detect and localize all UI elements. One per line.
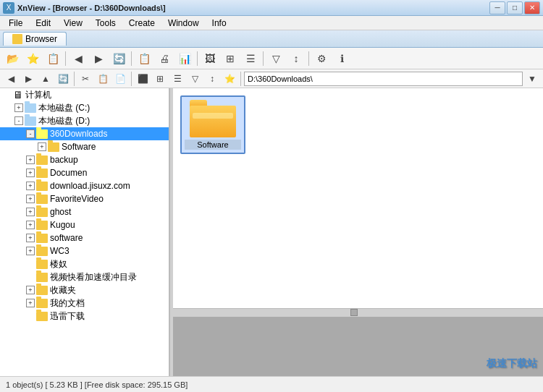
tree-item-favorites[interactable]: + 收藏夹 (0, 284, 169, 297)
expand-mydocs[interactable]: + (26, 299, 35, 307)
tree-item-software2[interactable]: + software (0, 231, 169, 244)
address-dropdown-button[interactable]: ▼ (524, 71, 540, 87)
expand-ghost[interactable]: + (26, 208, 35, 216)
nav-select-all-button[interactable]: ⬛ (135, 71, 151, 87)
address-bar[interactable]: D:\360Downloads\ (244, 72, 523, 86)
expand-download[interactable]: + (26, 182, 35, 190)
tree-label-software: Software (62, 142, 96, 152)
scrollbar-thumb-h[interactable] (350, 309, 358, 316)
tb-sort-button[interactable]: ↕ (287, 49, 306, 68)
nav-refresh-button[interactable]: 🔄 (55, 71, 71, 87)
tb-forward-button[interactable]: ▶ (89, 49, 108, 68)
tb-grid-button[interactable]: ⊞ (221, 49, 240, 68)
nav-sep-1 (74, 72, 75, 86)
nav-up-button[interactable]: ▲ (38, 71, 54, 87)
menu-tools[interactable]: Tools (90, 17, 122, 30)
tb-back-button[interactable]: ◀ (69, 49, 88, 68)
content-area[interactable]: Software (173, 88, 543, 308)
folder-icon-wc3 (36, 247, 48, 256)
expand-documen[interactable]: + (26, 169, 35, 177)
expand-ddrive[interactable]: - (14, 116, 23, 125)
menu-create[interactable]: Create (123, 17, 161, 30)
expand-software[interactable]: + (38, 142, 46, 151)
tree-item-mydocs[interactable]: + 我的文档 (0, 297, 169, 310)
expand-kugou[interactable]: + (26, 221, 35, 229)
tree-item-video[interactable]: 视频快看加速缓冲目录 (0, 270, 169, 284)
tree-item-backup[interactable]: + backup (0, 153, 169, 166)
tree-label-wc3: WC3 (50, 246, 70, 256)
expand-cdrive[interactable]: + (14, 103, 23, 112)
tb-chart-button[interactable]: 📊 (175, 49, 194, 68)
nav-sort-button[interactable]: ↕ (204, 71, 220, 87)
menu-window[interactable]: Window (162, 17, 205, 30)
tree-item-ghost[interactable]: + ghost (0, 205, 169, 218)
tree-item-ddrive[interactable]: - 本地磁盘 (D:) (0, 114, 169, 127)
nav-filter-button[interactable]: ▽ (187, 71, 203, 87)
expand-placeholder-lnu (26, 260, 35, 268)
tb-page-button[interactable]: 📋 (43, 49, 62, 68)
expand-favoritevideo[interactable]: + (26, 195, 35, 203)
expand-wc3[interactable]: + (26, 247, 35, 255)
tab-browser[interactable]: Browser (3, 32, 67, 46)
nav-back-button[interactable]: ◀ (3, 71, 19, 87)
tree-label-lnu: 楼奴 (50, 258, 67, 270)
tb-favorite-button[interactable]: ⭐ (23, 49, 42, 68)
folder-large-icon (190, 100, 236, 137)
tree-item-cdrive[interactable]: + 本地磁盘 (C:) (0, 101, 169, 114)
menu-info[interactable]: Info (206, 17, 232, 30)
expand-software2[interactable]: + (26, 234, 35, 242)
nav-view-list-button[interactable]: ☰ (169, 71, 185, 87)
tb-list-button[interactable]: ☰ (241, 49, 260, 68)
menu-edit[interactable]: Edit (30, 17, 56, 30)
tb-print-button[interactable]: 🖨 (155, 49, 174, 68)
tree-item-favoritevideo[interactable]: + FavoriteVideo (0, 192, 169, 205)
horizontal-scrollbar[interactable] (173, 308, 543, 317)
content-panel: Software 极速下载站 (173, 88, 543, 376)
nav-cut-button[interactable]: ✂ (77, 71, 93, 87)
minimize-button[interactable]: ─ (489, 1, 505, 14)
nav-paste-button[interactable]: 📄 (112, 71, 128, 87)
expand-360downloads[interactable]: - (26, 129, 35, 138)
folder-icon-favoritevideo (36, 195, 48, 204)
folder-icon-thunder (36, 312, 48, 321)
tb-info-button[interactable]: ℹ (332, 49, 351, 68)
tree-label-ghost: ghost (50, 207, 71, 217)
tb-settings-button[interactable]: ⚙ (312, 49, 331, 68)
nav-forward-button[interactable]: ▶ (20, 71, 36, 87)
menu-file[interactable]: File (3, 17, 28, 30)
tb-refresh-button[interactable]: 🔄 (109, 49, 128, 68)
tree-item-360downloads[interactable]: - 360Downloads (0, 127, 169, 140)
menu-view[interactable]: View (58, 17, 88, 30)
tb-filter-button[interactable]: ▽ (266, 49, 285, 68)
tree-item-computer[interactable]: 🖥 计算机 (0, 88, 169, 101)
file-label-software: Software (185, 140, 241, 150)
tree-label-video: 视频快看加速缓冲目录 (50, 271, 137, 284)
nav-star-button[interactable]: ⭐ (222, 71, 237, 87)
maximize-button[interactable]: □ (507, 1, 523, 14)
tb-copy-button[interactable]: 📋 (135, 49, 153, 68)
tb-view-button[interactable]: 🖼 (201, 49, 219, 68)
nav-copy-button[interactable]: 📋 (95, 71, 111, 87)
tab-browser-icon (12, 34, 22, 44)
tree-label-computer: 计算机 (25, 89, 51, 101)
tree-item-download[interactable]: + download.jisuxz.com (0, 179, 169, 192)
tree-item-thunder[interactable]: 迅雷下载 (0, 310, 169, 323)
tree-item-lnu[interactable]: 楼奴 (0, 257, 169, 270)
tree-label-kugou: Kugou (50, 220, 75, 230)
nav-view-grid-button[interactable]: ⊞ (152, 71, 168, 87)
expand-backup[interactable]: + (26, 155, 35, 164)
folder-icon-software (48, 142, 59, 152)
tree-item-kugou[interactable]: + Kugou (0, 218, 169, 231)
toolbar: 📂 ⭐ 📋 ◀ ▶ 🔄 📋 🖨 📊 🖼 ⊞ ☰ ▽ ↕ ⚙ ℹ (0, 48, 543, 69)
tree-item-wc3[interactable]: + WC3 (0, 244, 169, 257)
tb-open-button[interactable]: 📂 (3, 49, 22, 68)
cdrive-icon (25, 103, 36, 113)
tree-item-software[interactable]: + Software (0, 140, 169, 153)
folder-icon-documen (36, 169, 48, 178)
tree-item-documen[interactable]: + Documen (0, 166, 169, 179)
expand-favorites[interactable]: + (26, 286, 35, 294)
status-text: 1 object(s) [ 5.23 KB ] [Free disk space… (6, 380, 188, 389)
tree-panel[interactable]: 🖥 计算机 + 本地磁盘 (C:) - 本地磁盘 (D:) - 360Downl… (0, 88, 170, 376)
file-item-software[interactable]: Software (180, 95, 245, 154)
close-button[interactable]: ✕ (524, 1, 540, 14)
